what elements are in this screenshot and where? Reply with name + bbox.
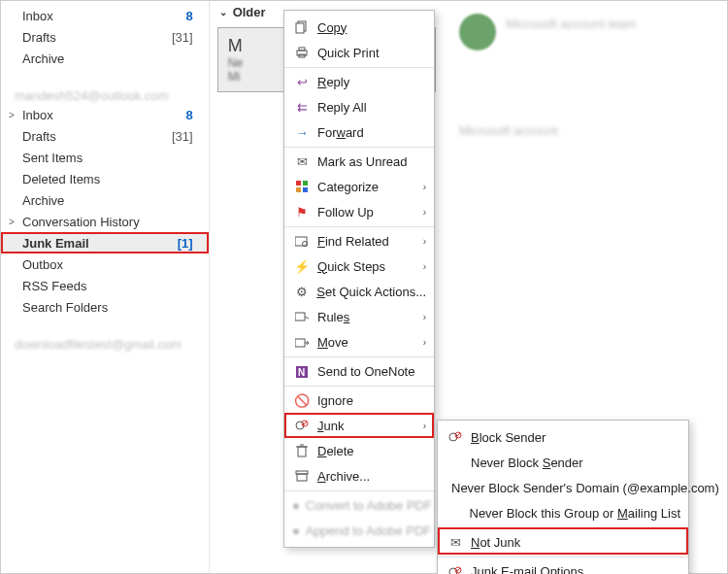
menu-set-quick-actions[interactable]: ⚙ Set Quick Actions... bbox=[284, 279, 434, 304]
body-line bbox=[459, 158, 711, 172]
menu-delete[interactable]: Delete bbox=[284, 438, 434, 463]
menu-label: Never Block this Group or Mailing List bbox=[470, 506, 681, 521]
menu-label: Ignore bbox=[317, 393, 426, 408]
body-line bbox=[459, 211, 653, 224]
folder-name: Inbox bbox=[22, 108, 185, 122]
group-label: Older bbox=[233, 5, 266, 19]
chevron-right-icon: > bbox=[9, 110, 15, 120]
menu-quick-steps[interactable]: ⚡ Quick Steps › bbox=[284, 253, 434, 279]
folder-sent-items[interactable]: Sent Items bbox=[1, 147, 209, 168]
svg-rect-22 bbox=[297, 474, 307, 481]
ignore-icon: 🚫 bbox=[292, 391, 312, 411]
submenu-junk-options[interactable]: Junk E-mail Options... bbox=[438, 557, 688, 574]
gear-icon: ⚙ bbox=[292, 282, 311, 301]
junk-submenu: Block Sender Never Block Sender Never Bl… bbox=[437, 420, 689, 574]
blank-icon bbox=[446, 453, 465, 472]
reply-all-icon: ⇇ bbox=[292, 97, 312, 117]
chevron-right-icon: > bbox=[9, 217, 15, 227]
folder-count: [31] bbox=[172, 129, 199, 144]
chevron-right-icon: › bbox=[423, 261, 426, 272]
fav-drafts[interactable]: Drafts [31] bbox=[1, 26, 209, 48]
body-line bbox=[459, 193, 711, 207]
menu-find-related[interactable]: Find Related › bbox=[284, 226, 434, 253]
menu-archive[interactable]: Archive... bbox=[284, 463, 434, 489]
body-heading: Microsoft account bbox=[459, 123, 576, 137]
submenu-never-block-sender[interactable]: Never Block Sender bbox=[438, 450, 688, 475]
menu-convert-pdf[interactable]: ● Convert to Adobe PDF bbox=[284, 490, 434, 518]
menu-label: Mark as Unread bbox=[317, 154, 426, 169]
submenu-block-sender[interactable]: Block Sender bbox=[438, 424, 688, 450]
sender-to bbox=[506, 34, 622, 48]
folder-outbox[interactable]: Outbox bbox=[1, 253, 209, 275]
menu-forward[interactable]: → Forward bbox=[284, 119, 434, 145]
menu-label: Follow Up bbox=[317, 205, 419, 219]
fav-archive[interactable]: Archive bbox=[1, 48, 209, 69]
menu-follow-up[interactable]: ⚑ Follow Up › bbox=[284, 199, 434, 224]
categorize-icon bbox=[292, 177, 312, 196]
folder-junk-email[interactable]: Junk Email [1] bbox=[1, 232, 209, 253]
submenu-never-block-domain[interactable]: Never Block Sender's Domain (@example.co… bbox=[438, 475, 688, 500]
menu-label: Move bbox=[317, 335, 419, 350]
chevron-right-icon: › bbox=[423, 182, 426, 192]
folder-conversation-history[interactable]: > Conversation History bbox=[1, 211, 209, 232]
menu-label: Junk E-mail Options... bbox=[471, 564, 680, 574]
menu-append-pdf[interactable]: ● Append to Adobe PDF bbox=[284, 518, 434, 543]
chevron-right-icon: › bbox=[423, 207, 426, 218]
folder-rss-feeds[interactable]: RSS Feeds bbox=[1, 275, 209, 296]
menu-reply-all[interactable]: ⇇ Reply All bbox=[284, 94, 434, 119]
folder-name: Archive bbox=[22, 51, 199, 66]
menu-label: Copy bbox=[317, 20, 426, 35]
folder-name: Outbox bbox=[22, 257, 199, 272]
folder-name: Deleted Items bbox=[22, 172, 199, 186]
menu-label: Never Block Sender's Domain (@example.co… bbox=[451, 481, 719, 495]
menu-mark-unread[interactable]: ✉ Mark as Unread bbox=[284, 147, 434, 174]
menu-label: Reply All bbox=[317, 100, 426, 115]
menu-quick-print[interactable]: Quick Print bbox=[284, 40, 434, 65]
menu-label: Convert to Adobe PDF bbox=[306, 498, 432, 513]
menu-send-onenote[interactable]: N Send to OneNote bbox=[284, 356, 434, 384]
chevron-down-icon: ⌄ bbox=[219, 7, 227, 17]
menu-label: Junk bbox=[317, 419, 419, 433]
folder-name: Conversation History bbox=[22, 215, 199, 229]
submenu-never-block-group[interactable]: Never Block this Group or Mailing List bbox=[438, 500, 688, 525]
svg-rect-11 bbox=[295, 313, 305, 321]
menu-label: Send to OneNote bbox=[317, 364, 426, 379]
folder-name: Search Folders bbox=[22, 300, 199, 315]
menu-label: Forward bbox=[317, 125, 426, 140]
lightning-icon: ⚡ bbox=[292, 256, 312, 276]
svg-rect-7 bbox=[296, 187, 301, 192]
svg-rect-3 bbox=[299, 48, 305, 51]
folder-deleted-items[interactable]: Deleted Items bbox=[1, 168, 209, 189]
pdf-icon: ● bbox=[292, 496, 300, 516]
folder-name: Drafts bbox=[22, 30, 172, 45]
menu-copy[interactable]: Copy bbox=[284, 15, 434, 40]
chevron-right-icon: › bbox=[423, 236, 426, 247]
folder-name: RSS Feeds bbox=[22, 279, 199, 293]
rules-icon bbox=[292, 307, 312, 326]
menu-rules[interactable]: Rules › bbox=[284, 304, 434, 329]
menu-categorize[interactable]: Categorize › bbox=[284, 174, 434, 199]
submenu-not-junk[interactable]: ✉ Not Junk bbox=[438, 527, 688, 555]
folder-search-folders[interactable]: Search Folders bbox=[1, 296, 209, 318]
folder-count: [31] bbox=[172, 30, 199, 45]
menu-label: Quick Print bbox=[317, 46, 426, 60]
menu-ignore[interactable]: 🚫 Ignore bbox=[284, 386, 434, 413]
body-line bbox=[459, 141, 711, 154]
sender-name: Microsoft account team bbox=[506, 17, 700, 30]
menu-reply[interactable]: ↩ Reply bbox=[284, 67, 434, 94]
folder-drafts[interactable]: Drafts [31] bbox=[1, 125, 209, 147]
menu-label: Set Quick Actions... bbox=[316, 285, 426, 299]
folder-inbox[interactable]: > Inbox 8 bbox=[1, 104, 209, 125]
print-icon bbox=[292, 43, 312, 62]
account-header-1[interactable]: mandesh524@outlook.com bbox=[1, 83, 209, 104]
body-line bbox=[459, 176, 711, 189]
account-header-2[interactable]: downloadfilestest@gmail.com bbox=[1, 331, 209, 353]
envelope-icon: ✉ bbox=[446, 533, 465, 553]
flag-icon: ⚑ bbox=[292, 202, 312, 221]
folder-archive[interactable]: Archive bbox=[1, 189, 209, 211]
folder-count: [1] bbox=[178, 236, 199, 251]
menu-junk[interactable]: Junk › bbox=[284, 413, 434, 438]
menu-move[interactable]: Move › bbox=[284, 329, 434, 355]
fav-inbox[interactable]: Inbox 8 bbox=[1, 5, 209, 26]
menu-label: Delete bbox=[317, 444, 426, 458]
